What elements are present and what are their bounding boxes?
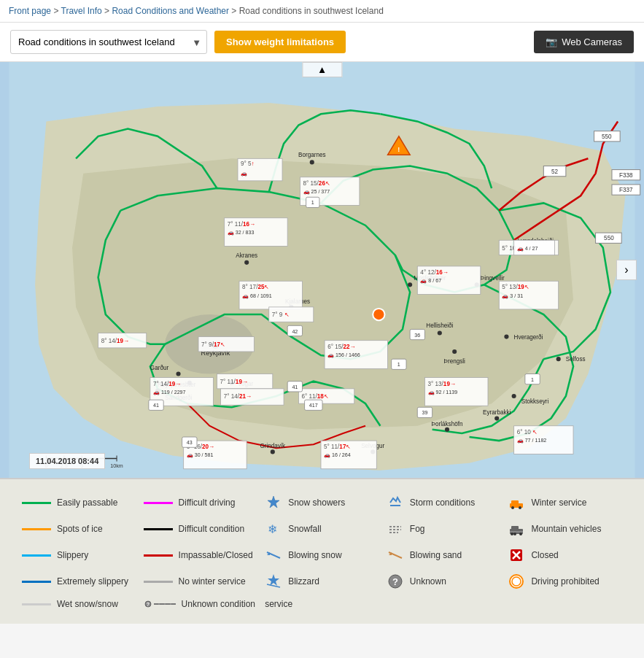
snow-showers-label: Snow showers (288, 498, 345, 508)
map-nav-right-button[interactable]: › (616, 260, 637, 280)
svg-marker-152 (268, 496, 279, 508)
svg-text:7° 9/17↖: 7° 9/17↖ (201, 341, 225, 348)
spots-of-ice-label: Spots of ice (57, 524, 103, 534)
svg-point-165 (519, 533, 522, 535)
show-weight-limitations-button[interactable]: Show weight limitations (214, 31, 346, 53)
svg-text:1: 1 (311, 200, 314, 206)
region-select[interactable]: Road conditions in southwest Iceland Roa… (10, 30, 207, 54)
svg-text:F338: F338 (619, 172, 633, 179)
svg-rect-162 (511, 526, 519, 530)
difficult-driving-line (144, 502, 173, 504)
legend-closed: Closed (508, 546, 622, 564)
svg-point-30 (445, 427, 449, 432)
svg-text:6° 11/18↖: 6° 11/18↖ (302, 393, 329, 400)
winter-service-icon (508, 494, 525, 511)
svg-text:7° 9 ↖: 7° 9 ↖ (272, 311, 290, 318)
svg-text:7° 11/19→: 7° 11/19→ (220, 379, 249, 385)
extremely-slippery-label: Extremely slippery (57, 576, 128, 587)
blizzard-label: Blizzard (288, 576, 319, 587)
web-cameras-button[interactable]: 📷 Web Cameras (534, 31, 634, 53)
chevron-up-icon: ▲ (317, 64, 327, 75)
spots-of-ice-line (22, 528, 51, 530)
no-winter-service-line (144, 581, 173, 583)
easily-passable-line (22, 502, 51, 504)
legend-snow-showers: Snow showers (265, 494, 379, 511)
svg-point-42 (556, 357, 561, 361)
svg-text:Þorlákshöfn: Þorlákshöfn (432, 421, 463, 427)
svg-text:🚗 119 / 2297: 🚗 119 / 2297 (153, 389, 186, 395)
legend-blowing-sand: Blowing sand (387, 546, 501, 564)
blizzard-icon (265, 573, 282, 590)
difficult-condition-label: Difficult condition (179, 524, 245, 534)
legend-driving-prohibited: Driving prohibited (508, 573, 622, 590)
svg-text:41: 41 (292, 384, 298, 390)
wet-snow-label: Wet snow/snow (57, 599, 118, 609)
svg-text:36: 36 (414, 333, 420, 338)
easily-passable-label: Easily passable (57, 498, 117, 508)
map-svg: 550 550 F338 F337 52 Reykjavík Akranes B… (0, 62, 644, 478)
unknown-icon: ? (387, 573, 404, 590)
difficult-condition-line (144, 528, 173, 530)
svg-text:52: 52 (551, 169, 559, 175)
closed-icon (508, 546, 525, 564)
unknown-condition-label: Unknown condition (182, 599, 255, 609)
svg-text:🚗 8 / 67: 🚗 8 / 67 (420, 277, 441, 284)
fog-label: Fog (410, 524, 425, 534)
slippery-label: Slippery (57, 550, 88, 560)
svg-text:!: ! (397, 146, 400, 153)
svg-text:?: ? (146, 602, 149, 607)
breadcrumb-travel-info[interactable]: Travel Info (61, 6, 102, 16)
svg-point-34 (512, 394, 516, 398)
svg-point-26 (271, 449, 275, 454)
legend-easily-passable: Easily passable (22, 494, 136, 511)
svg-text:🚗 3 / 31: 🚗 3 / 31 (502, 293, 523, 299)
breadcrumb: Front page > Travel Info > Road Conditio… (0, 0, 644, 23)
svg-text:Þrengsli: Þrengsli (444, 358, 466, 365)
svg-text:6° 15/22→: 6° 15/22→ (327, 344, 355, 350)
legend-impassable: Impassable/Closed (144, 546, 258, 564)
region-select-wrapper[interactable]: Road conditions in southwest Iceland Roa… (10, 30, 207, 54)
svg-point-16 (310, 160, 314, 164)
map-container: ▲ › 550 550 F338 (0, 62, 644, 478)
legend-storm-conditions: Storm conditions (387, 494, 501, 511)
mountain-vehicles-icon (508, 520, 525, 538)
svg-marker-174 (268, 574, 279, 586)
svg-text:🚗 16 / 264: 🚗 16 / 264 (324, 452, 351, 459)
svg-text:4° 12/16→: 4° 12/16→ (420, 269, 449, 276)
breadcrumb-road-conditions[interactable]: Road Conditions and Weather (112, 6, 229, 16)
svg-point-54 (373, 309, 384, 320)
svg-text:Stokkseyri: Stokkseyri (521, 398, 549, 405)
svg-text:🚗 68 / 1091: 🚗 68 / 1091 (242, 293, 272, 299)
mountain-vehicles-label: Mountain vehicles (531, 524, 601, 534)
driving-prohibited-icon (508, 573, 525, 590)
blowing-snow-icon (265, 546, 282, 564)
storm-conditions-label: Storm conditions (410, 498, 475, 508)
svg-text:🚗: 🚗 (241, 170, 247, 177)
svg-text:550: 550 (604, 235, 614, 241)
svg-point-155 (511, 506, 514, 509)
svg-text:8° 14/19→: 8° 14/19→ (101, 338, 130, 344)
map-timestamp: 11.04.2018 08:44 (29, 453, 105, 469)
svg-text:Akranes: Akranes (236, 252, 257, 259)
winter-service-label: Winter service (531, 498, 586, 508)
svg-line-175 (267, 584, 280, 587)
top-bar: Road conditions in southwest Iceland Roa… (0, 23, 644, 62)
difficult-driving-label: Difficult driving (179, 498, 236, 508)
legend-no-winter-service: No winter service (144, 573, 258, 590)
svg-text:5° 13/19↖: 5° 13/19↖ (502, 284, 529, 290)
fog-icon (387, 520, 404, 538)
svg-point-14 (244, 260, 249, 265)
svg-text:🚗 30 / 581: 🚗 30 / 581 (187, 452, 214, 459)
svg-point-156 (519, 506, 521, 509)
breadcrumb-home[interactable]: Front page (9, 6, 51, 16)
driving-prohibited-label: Driving prohibited (531, 576, 599, 587)
legend-slippery: Slippery (22, 546, 136, 564)
svg-text:42: 42 (292, 329, 298, 335)
svg-text:7° 11/16→: 7° 11/16→ (228, 221, 256, 228)
svg-text:1: 1 (397, 362, 400, 368)
snowfall-label: Snowfall (288, 524, 321, 534)
svg-text:🚗 32 / 833: 🚗 32 / 833 (228, 229, 255, 236)
storm-conditions-icon (387, 494, 404, 511)
map-collapse-button[interactable]: ▲ (302, 62, 342, 77)
svg-text:🚗 4 / 27: 🚗 4 / 27 (517, 245, 538, 252)
